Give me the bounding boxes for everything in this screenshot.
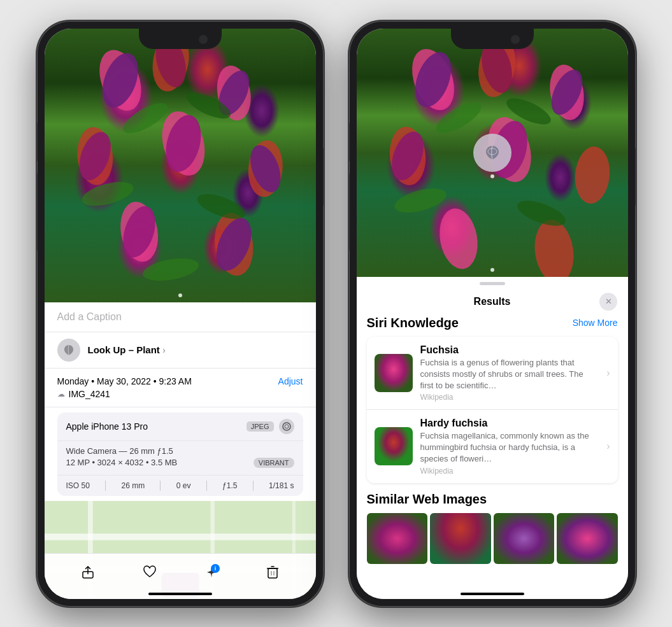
notch-1 (139, 29, 222, 49)
svg-point-21 (283, 423, 290, 430)
home-indicator-2 (461, 593, 524, 595)
meta-date: Monday • May 30, 2022 • 9:23 AM (57, 376, 192, 386)
sheet-header: Results ✕ (357, 290, 628, 316)
exif-sep-1 (105, 481, 106, 491)
similar-images-section: Similar Web Images (367, 492, 618, 564)
share-button[interactable] (81, 565, 95, 579)
info-badge: i (211, 564, 220, 573)
notch-camera-1 (199, 35, 208, 44)
device-section: Apple iPhone 13 Pro JPEG (57, 412, 303, 496)
phone1-content: Add a Caption Look Up – Plant › (45, 29, 316, 599)
similar-images-title: Similar Web Images (367, 492, 618, 507)
knowledge-item-fuchsia[interactable]: Fuchsia Fuchsia is a genus of flowering … (367, 337, 618, 411)
similar-img-3[interactable] (494, 513, 555, 564)
visual-lookup-icon (57, 339, 80, 362)
visual-lookup-dot (490, 174, 494, 178)
vibrant-badge: VIBRANT (254, 458, 294, 468)
meta-adjust-button[interactable]: Adjust (278, 376, 303, 386)
trash-icon (266, 565, 279, 579)
knowledge-item-hardy[interactable]: Hardy fuchsia Fuchsia magellanica, commo… (367, 410, 618, 483)
fuchsia-desc: Fuchsia is a genus of flowering plants t… (420, 357, 599, 392)
home-indicator-1 (148, 593, 212, 595)
close-button[interactable]: ✕ (599, 293, 617, 311)
fuchsia-chevron: › (606, 367, 610, 379)
siri-knowledge-title: Siri Knowledge (367, 316, 459, 330)
exif-sep-4 (253, 481, 254, 491)
device-row: Apple iPhone 13 Pro JPEG (57, 412, 303, 441)
fuchsia-source: Wikipedia (420, 393, 599, 402)
similar-img-4[interactable] (557, 513, 618, 564)
camera-specs: Wide Camera — 26 mm ƒ1.5 12 MP • 3024 × … (57, 441, 303, 476)
exif-ev: 0 ev (176, 481, 191, 490)
fuchsia-name: Fuchsia (420, 344, 599, 356)
phone2-content: Results ✕ Siri Knowledge Show More (357, 29, 628, 599)
hardy-desc: Fuchsia magellanica, commonly known as t… (420, 430, 599, 465)
meta-filename: IMG_4241 (69, 389, 110, 399)
device-name: Apple iPhone 13 Pro (66, 421, 148, 432)
visual-lookup-button[interactable] (473, 134, 511, 172)
favorite-button[interactable] (143, 565, 157, 579)
notch-camera-2 (511, 35, 520, 44)
exif-focal: 26 mm (121, 481, 145, 490)
svg-rect-31 (268, 568, 277, 578)
notch-2 (451, 29, 534, 49)
info-button[interactable]: i (204, 565, 218, 579)
format-badge: JPEG (247, 421, 274, 432)
results-sheet: Results ✕ Siri Knowledge Show More (357, 277, 628, 599)
hardy-thumbnail (375, 427, 413, 465)
show-more-button[interactable]: Show More (573, 318, 618, 328)
leaf-icon (62, 344, 75, 356)
svg-point-22 (285, 425, 289, 428)
lookup-row[interactable]: Look Up – Plant › (45, 332, 316, 369)
exif-shutter: 1/181 s (269, 481, 294, 490)
cloud-icon: ☁ (57, 390, 65, 398)
svg-rect-24 (45, 533, 316, 540)
hardy-thumb-bg (375, 427, 413, 465)
lookup-label: Look Up – Plant › (88, 344, 166, 355)
exif-row: ISO 50 26 mm 0 ev ƒ1.5 1/181 s (57, 476, 303, 496)
fuchsia-thumb-bg (375, 354, 413, 392)
share-icon (81, 565, 95, 579)
lens-spec: Wide Camera — 26 mm ƒ1.5 (66, 446, 294, 456)
sheet-title: Results (474, 296, 511, 307)
sheet-handle[interactable] (480, 282, 505, 285)
resolution-spec: 12 MP • 3024 × 4032 • 3.5 MB VIBRANT (66, 458, 294, 468)
info-badge-label: i (215, 565, 217, 572)
phone-1: Add a Caption Look Up – Plant › (37, 21, 324, 607)
fuchsia-text: Fuchsia Fuchsia is a genus of flowering … (420, 344, 599, 402)
exif-aperture: ƒ1.5 (222, 481, 237, 490)
phones-container: Add a Caption Look Up – Plant › (37, 21, 636, 607)
fuchsia-thumbnail (375, 354, 413, 392)
heart-icon (143, 565, 157, 579)
caption-placeholder[interactable]: Add a Caption (57, 311, 303, 323)
knowledge-card: Fuchsia Fuchsia is a genus of flowering … (367, 337, 618, 483)
photo-area-1[interactable] (45, 29, 316, 302)
metadata-section: Monday • May 30, 2022 • 9:23 AM Adjust ☁… (45, 369, 316, 407)
hardy-chevron: › (606, 440, 610, 452)
aperture-icon (282, 422, 291, 431)
visual-lookup-icon-2 (483, 143, 502, 162)
photo-area-2[interactable] (357, 29, 628, 277)
page-dot-1 (178, 293, 182, 297)
phone-2: Results ✕ Siri Knowledge Show More (349, 21, 636, 607)
hardy-source: Wikipedia (420, 467, 599, 476)
hardy-text: Hardy fuchsia Fuchsia magellanica, commo… (420, 418, 599, 476)
exif-iso: ISO 50 (66, 481, 90, 490)
hardy-name: Hardy fuchsia (420, 418, 599, 429)
lens-icon (279, 419, 294, 434)
exif-sep-3 (206, 481, 207, 491)
caption-area[interactable]: Add a Caption (45, 302, 316, 332)
siri-knowledge-header: Siri Knowledge Show More (367, 316, 618, 330)
phone-1-screen: Add a Caption Look Up – Plant › (45, 29, 316, 599)
sheet-body[interactable]: Siri Knowledge Show More Fuchsia (357, 316, 628, 599)
similar-img-2[interactable] (430, 513, 491, 564)
phone-2-screen: Results ✕ Siri Knowledge Show More (357, 29, 628, 599)
meta-filename-row: ☁ IMG_4241 (57, 389, 303, 399)
page-dot-2 (490, 268, 494, 272)
exif-sep-2 (160, 481, 161, 491)
delete-button[interactable] (266, 565, 279, 579)
device-badges: JPEG (247, 419, 294, 434)
meta-date-row: Monday • May 30, 2022 • 9:23 AM Adjust (57, 376, 303, 386)
similar-images-grid (367, 513, 618, 564)
similar-img-1[interactable] (367, 513, 428, 564)
